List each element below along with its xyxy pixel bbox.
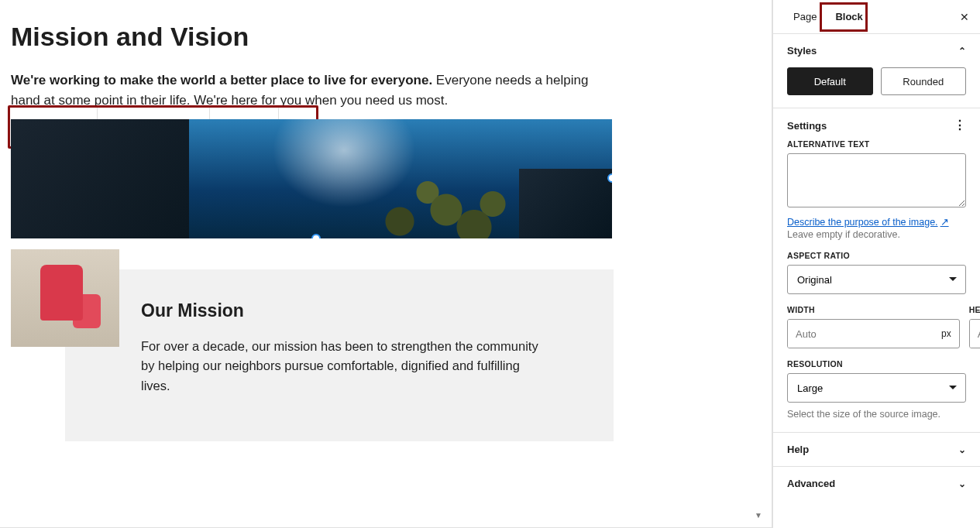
- chevron-up-icon: ⌃: [958, 46, 966, 57]
- intro-bold: We're working to make the world a better…: [11, 73, 432, 87]
- mission-body[interactable]: For over a decade, our mission has been …: [141, 337, 544, 396]
- alt-text-input[interactable]: [787, 153, 966, 207]
- width-label: WIDTH: [787, 305, 960, 314]
- chevron-down-icon: ⌄: [958, 478, 966, 489]
- height-input[interactable]: [970, 320, 980, 348]
- settings-sidebar: Page Block ✕ Styles ⌃ Default Rounded Se…: [772, 0, 980, 528]
- style-default-button[interactable]: Default: [787, 67, 873, 95]
- aspect-ratio-select[interactable]: Original: [787, 265, 966, 294]
- resize-handle-right[interactable]: [607, 173, 612, 183]
- styles-panel-toggle[interactable]: Styles ⌃: [773, 34, 980, 67]
- help-title: Help: [787, 444, 809, 455]
- external-icon: ↗: [940, 216, 949, 228]
- describe-image-link[interactable]: Describe the purpose of the image. ↗: [787, 216, 949, 228]
- aspect-ratio-label: ASPECT RATIO: [787, 251, 966, 260]
- width-input[interactable]: [788, 320, 934, 348]
- style-rounded-button[interactable]: Rounded: [881, 67, 967, 95]
- resize-handle-bottom[interactable]: [311, 234, 321, 238]
- settings-title: Settings: [787, 120, 827, 132]
- chevron-down-icon: ⌄: [958, 444, 966, 455]
- resolution-hint: Select the size of the source image.: [787, 409, 966, 420]
- settings-more-icon[interactable]: ⋮: [954, 119, 966, 132]
- page-title[interactable]: Mission and Vision: [11, 22, 761, 52]
- help-panel-toggle[interactable]: Help ⌄: [773, 433, 980, 466]
- editor-canvas[interactable]: Mission and Vision We're working to make…: [0, 0, 772, 528]
- resolution-label: RESOLUTION: [787, 359, 966, 369]
- mission-heading[interactable]: Our Mission: [141, 300, 579, 321]
- sidebar-tabs: Page Block ✕: [773, 0, 980, 34]
- mission-card[interactable]: Our Mission For over a decade, our missi…: [65, 269, 614, 441]
- mission-thumbnail[interactable]: [11, 249, 119, 347]
- feature-image-block[interactable]: [11, 119, 612, 238]
- width-unit[interactable]: px: [934, 320, 959, 348]
- highlight-box: [820, 2, 868, 32]
- alt-text-hint: Leave empty if decorative.: [787, 229, 966, 240]
- resolution-select[interactable]: Large: [787, 373, 966, 403]
- alt-text-label: ALTERNATIVE TEXT: [787, 139, 966, 149]
- close-icon[interactable]: ✕: [960, 11, 969, 23]
- styles-title: Styles: [787, 45, 817, 57]
- canvas-dropdown-caret[interactable]: ▼: [755, 511, 762, 519]
- height-label: HEIGHT: [969, 305, 980, 314]
- advanced-panel-toggle[interactable]: Advanced ⌄: [773, 467, 980, 500]
- advanced-title: Advanced: [787, 478, 835, 489]
